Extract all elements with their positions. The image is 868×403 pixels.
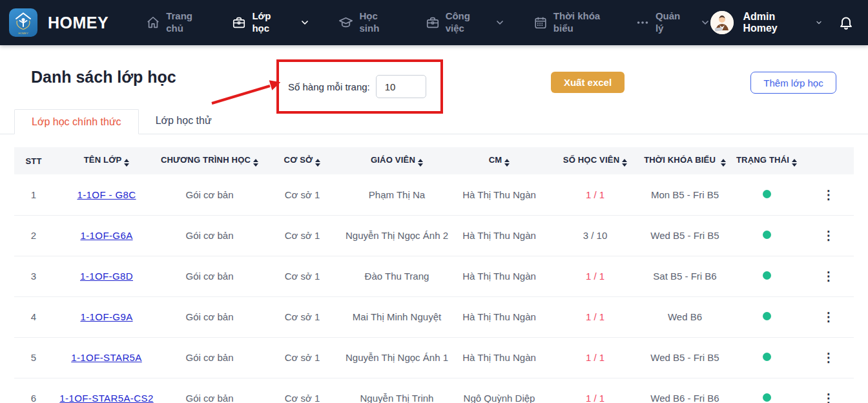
- homey-logo[interactable]: HOMEY: [9, 8, 37, 37]
- navbar-right: Admin Homey: [710, 11, 854, 34]
- nav-label: Học sinh: [359, 10, 397, 35]
- nav-label: Công việc: [446, 10, 483, 35]
- export-excel-button[interactable]: Xuất excel: [551, 72, 625, 93]
- program-cell: Gói cơ bản: [160, 174, 259, 215]
- col-header-chuong-trinh-hoc[interactable]: CHƯƠNG TRÌNH HỌC: [160, 147, 259, 174]
- nav-item-cong-viec[interactable]: Công việc: [426, 10, 483, 35]
- cm-cell: Hà Thị Thu Ngàn: [448, 337, 550, 378]
- status-active-dot: [763, 353, 771, 361]
- avatar-image: [710, 11, 734, 34]
- rows-per-page-input[interactable]: [376, 75, 426, 98]
- cm-cell: Hà Thị Thu Ngàn: [448, 174, 550, 215]
- nav-item-hoc-sinh[interactable]: Học sinh: [338, 10, 397, 35]
- status-cell: [730, 215, 803, 256]
- schedule-cell: Wed B6 - Fri B6: [640, 378, 730, 403]
- col-header-giao-vien[interactable]: GIÁO VIÊN: [346, 147, 448, 174]
- student-count-cell: 1 / 1: [550, 174, 640, 215]
- red-annotation-box: Số hàng mỗi trang:: [276, 59, 443, 114]
- table-row: 4 1-1OF-G9A Gói cơ bản Cơ sở 1 Mai Thị M…: [14, 296, 854, 337]
- notification-bell-icon[interactable]: [838, 15, 854, 30]
- status-active-dot: [763, 231, 771, 239]
- teacher-cell: Phạm Thị Na: [346, 174, 448, 215]
- student-count-cell: 1 / 1: [550, 296, 640, 337]
- sort-icon[interactable]: [792, 159, 797, 167]
- nav-item-quan-ly[interactable]: Quản lý: [636, 10, 688, 35]
- student-count-cell: 1 / 1: [550, 337, 640, 378]
- row-menu-cell: ⋮: [803, 256, 854, 296]
- col-header-stt: STT: [14, 147, 53, 174]
- col-header-so-hoc-vien[interactable]: SỐ HỌC VIÊN: [550, 147, 640, 174]
- tab-lop-hoc-thu[interactable]: Lớp học thử: [139, 108, 229, 134]
- schedule-cell: Wed B6: [640, 296, 730, 337]
- kebab-menu-icon[interactable]: ⋮: [823, 229, 835, 242]
- status-active-dot: [763, 271, 771, 280]
- status-cell: [730, 174, 803, 215]
- kebab-menu-icon[interactable]: ⋮: [823, 269, 835, 283]
- nav-item-lop-hoc[interactable]: Lớp học: [232, 10, 288, 35]
- table-row: 1 1-1OF - G8C Gói cơ bản Cơ sở 1 Phạm Th…: [14, 174, 854, 215]
- student-count-cell: 3 / 10: [550, 215, 640, 256]
- chevron-down-icon[interactable]: [815, 19, 823, 26]
- class-name-link[interactable]: 1-1OF-G6A: [80, 230, 132, 241]
- program-cell: Gói cơ bản: [160, 378, 259, 403]
- tab-lop-hoc-chinh-thuc[interactable]: Lớp học chính thức: [14, 109, 139, 134]
- sort-icon[interactable]: [418, 159, 423, 167]
- program-cell: Gói cơ bản: [160, 256, 259, 296]
- kebab-menu-icon[interactable]: ⋮: [823, 391, 835, 403]
- campus-cell: Cơ sở 1: [259, 215, 346, 256]
- row-index: 5: [14, 337, 53, 378]
- kebab-menu-icon[interactable]: ⋮: [823, 351, 835, 364]
- sort-icon[interactable]: [622, 159, 627, 167]
- sort-icon[interactable]: [124, 159, 129, 167]
- cm-cell: Hà Thị Thu Ngàn: [448, 215, 550, 256]
- col-header-ten-lop[interactable]: TÊN LỚP: [53, 147, 160, 174]
- status-cell: [730, 337, 803, 378]
- table-row: 5 1-1OF-STAR5A Gói cơ bản Cơ sở 1 Nguyễn…: [14, 337, 854, 378]
- class-name-cell: 1-1OF-G6A: [53, 215, 160, 256]
- class-name-link[interactable]: 1-1OF-STAR5A-CS2: [59, 393, 153, 403]
- cm-cell: Hà Thị Thu Ngàn: [448, 296, 550, 337]
- col-header-trang-thai[interactable]: TRẠNG THÁI: [730, 147, 803, 174]
- top-navbar: HOMEY HOMEY Trang chủ Lớp học Học sinh C…: [0, 0, 868, 45]
- row-index: 6: [14, 378, 53, 403]
- status-cell: [730, 296, 803, 337]
- row-menu-cell: ⋮: [803, 337, 854, 378]
- avatar[interactable]: [710, 11, 734, 34]
- kebab-menu-icon[interactable]: ⋮: [823, 310, 835, 324]
- status-cell: [730, 378, 803, 403]
- row-index: 1: [14, 174, 53, 215]
- row-index: 3: [14, 256, 53, 296]
- class-name-cell: 1-1OF-G8D: [53, 256, 160, 296]
- user-name[interactable]: Admin Homey: [743, 11, 809, 34]
- col-header-co-so[interactable]: CƠ SỞ: [259, 147, 346, 174]
- program-cell: Gói cơ bản: [160, 296, 259, 337]
- sort-icon[interactable]: [504, 159, 510, 167]
- class-name-cell: 1-1OF - G8C: [53, 174, 160, 215]
- add-class-button[interactable]: Thêm lớp học: [750, 72, 836, 94]
- teacher-cell: Nguyễn Thị Ngọc Ánh 1: [346, 337, 448, 378]
- chevron-down-icon[interactable]: [700, 17, 710, 28]
- nav-item-trang-chu[interactable]: Trang chủ: [146, 10, 203, 35]
- chevron-down-icon[interactable]: [495, 17, 505, 28]
- row-menu-cell: ⋮: [803, 378, 854, 403]
- col-header-cm[interactable]: CM: [448, 147, 550, 174]
- class-name-link[interactable]: 1-1OF-G9A: [80, 311, 132, 322]
- kebab-menu-icon[interactable]: ⋮: [823, 188, 835, 202]
- sort-icon[interactable]: [721, 159, 726, 167]
- briefcase-icon: [426, 16, 440, 30]
- class-name-link[interactable]: 1-1OF-STAR5A: [71, 352, 142, 363]
- nav-label: Thời khóa biểu: [553, 10, 607, 35]
- chevron-down-icon[interactable]: [300, 17, 310, 28]
- class-name-link[interactable]: 1-1OF - G8C: [77, 189, 136, 200]
- class-name-link[interactable]: 1-1OF-G8D: [80, 271, 133, 282]
- nav-item-thoi-khoa-bieu[interactable]: Thời khóa biểu: [533, 10, 607, 35]
- row-index: 2: [14, 215, 53, 256]
- student-count-cell: 1 / 1: [550, 256, 640, 296]
- cm-cell: Ngô Quỳnh Diệp: [448, 378, 550, 403]
- sort-icon[interactable]: [253, 159, 258, 167]
- campus-cell: Cơ sở 1: [259, 337, 346, 378]
- homey-logo-icon: HOMEY: [9, 8, 37, 37]
- row-index: 4: [14, 296, 53, 337]
- sort-icon[interactable]: [315, 159, 320, 167]
- col-header-thoi-khoa-bieu[interactable]: THỜI KHÓA BIỂU: [640, 147, 730, 174]
